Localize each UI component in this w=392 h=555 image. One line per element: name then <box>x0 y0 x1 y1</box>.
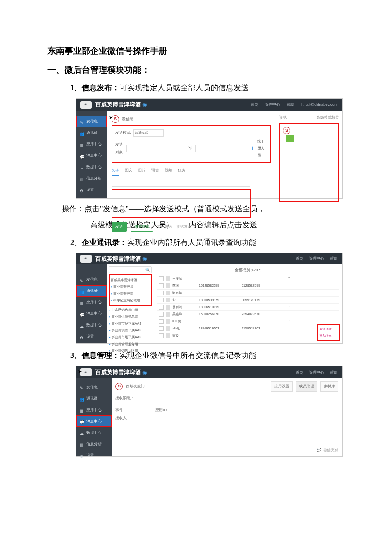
tree-item[interactable]: 事业部管理层 <box>111 283 150 290</box>
topnav-item[interactable]: 首页 <box>251 101 258 108</box>
title-input[interactable] <box>112 179 250 187</box>
sidebar-item-settings[interactable]: ⚙设置 <box>76 331 107 342</box>
tab-voice[interactable]: 语音 <box>151 167 159 176</box>
table-row[interactable]: 谢家怡7 <box>157 290 339 297</box>
mode-select[interactable]: 普通模式 <box>133 129 164 137</box>
checkbox[interactable] <box>159 298 164 302</box>
tab-image[interactable]: 图片 <box>138 167 146 176</box>
tree-item[interactable]: 事业部供应下属AAS <box>109 327 152 333</box>
sidebar-item-analytics[interactable]: ▤信息分析 <box>76 438 112 450</box>
topnav-item[interactable]: 首页 <box>296 255 303 262</box>
checkbox[interactable] <box>159 319 164 324</box>
sidebar-item-apps[interactable]: ▦应用中心 <box>76 297 107 308</box>
timed-send-link[interactable]: 定时发送 <box>157 223 172 230</box>
topnav-item[interactable]: 帮助 <box>330 369 337 376</box>
grid-icon: ▦ <box>80 300 84 305</box>
preview-tab[interactable]: 预览 <box>279 114 287 121</box>
table-row[interactable]: 李国151285825995128582599 <box>157 282 339 290</box>
table-row[interactable]: 王潇沁7 <box>157 275 339 282</box>
table-row[interactable]: xlh龙189595190033159519103 <box>157 325 339 332</box>
table-row[interactable]: 翁创鸿180165100197 <box>157 304 339 311</box>
content-editor[interactable] <box>112 189 251 218</box>
sidebar-item-contacts[interactable]: 👥通讯录 <box>76 285 107 297</box>
plus-icon[interactable]: + <box>182 143 186 154</box>
checkbox[interactable] <box>159 283 164 288</box>
sidebar-item-msg[interactable]: 💬消息中心 <box>76 150 107 161</box>
preview-tab-adv[interactable]: 高级模式预览 <box>317 114 339 121</box>
tree-item[interactable]: 事业部管理服务组 <box>109 341 152 347</box>
table-row[interactable]: 吴燕峰150902560702254022570 <box>157 311 339 318</box>
target-input-1[interactable] <box>126 145 179 152</box>
topnav-item[interactable]: 帮助 <box>330 255 337 262</box>
checkbox[interactable] <box>159 305 164 310</box>
sidebar-item-send[interactable]: ✎发信息 <box>76 274 107 285</box>
preview-frame: S <box>279 123 339 202</box>
field-label: 事件 <box>115 406 127 414</box>
sidebar-item-apps[interactable]: ▦应用中心 <box>76 139 107 150</box>
tree-item[interactable]: 事业部管理部 <box>111 291 150 297</box>
tab-library[interactable]: 素材库 <box>320 381 338 391</box>
action-link[interactable]: 选择 修改 <box>319 327 338 332</box>
grid-icon: ▦ <box>80 407 84 412</box>
target-input-2[interactable] <box>195 145 248 152</box>
sidebar-item-send[interactable]: ✎发信息 <box>76 116 107 127</box>
topnav-item[interactable]: 管理中心 <box>309 255 324 262</box>
people-icon: 👥 <box>80 131 84 135</box>
checkbox[interactable] <box>159 333 164 338</box>
tree-item[interactable]: 中东区销售部门组 <box>109 307 152 313</box>
sidebar-item-data[interactable]: ☁数据中心 <box>76 320 107 331</box>
sidebar-item-analytics[interactable]: ▤信息分析 <box>76 173 107 184</box>
tree-search-input[interactable] <box>109 266 152 273</box>
tree-item[interactable]: 事业部销售大区组 <box>109 348 152 354</box>
sidebar-item-settings[interactable]: ⚙设置 <box>76 184 107 196</box>
send-button[interactable]: 发送 <box>112 222 127 232</box>
cell-phone: 15090256070 <box>199 311 242 317</box>
sidebar-item-data[interactable]: ☁数据中心 <box>76 427 112 438</box>
tree-root[interactable]: 百威英博雪津啤酒 <box>111 277 150 283</box>
cell-phone2: 5128582599 <box>242 282 284 289</box>
tab-text[interactable]: 文字 <box>112 167 119 176</box>
tab-task[interactable]: 任务 <box>178 167 186 176</box>
plus-icon[interactable]: + <box>251 143 254 154</box>
save-draft-button[interactable]: 保存草稿 <box>131 222 153 232</box>
verified-icon: ◉ <box>142 367 147 377</box>
tab-video[interactable]: 视频 <box>165 167 172 176</box>
topnav-item[interactable]: 帮助 <box>287 101 294 108</box>
pencil-icon: ✎ <box>80 385 84 389</box>
topnav-user[interactable]: li.liudi@chinabev.com <box>301 101 337 108</box>
action-link[interactable]: 导入/导出 <box>319 333 338 339</box>
cell-name: xlh龙 <box>172 325 199 331</box>
avatar-icon <box>166 305 170 310</box>
sidebar-item-settings[interactable]: ⚙设置 <box>76 450 112 461</box>
footer-brand: 💬 微信支付 <box>317 446 338 453</box>
checkbox[interactable] <box>159 276 164 281</box>
highlight-box: 选择 修改 导入/导出 <box>317 324 340 341</box>
sidebar-item-data[interactable]: ☁数据中心 <box>76 161 107 173</box>
sidebar-item-contacts[interactable]: 👥通讯录 <box>76 127 107 139</box>
tree-item[interactable]: 中东区直属区域组 <box>111 297 150 303</box>
topnav-item[interactable]: 管理中心 <box>309 369 324 376</box>
tree-item[interactable]: 事业部市场下属AAS <box>109 334 152 340</box>
checkbox[interactable] <box>159 326 164 331</box>
cell-phone2: 3159519103 <box>242 325 284 331</box>
tab-app-settings[interactable]: 应用设置 <box>271 381 293 391</box>
sidebar-item-apps[interactable]: ▦应用中心 <box>76 404 112 415</box>
tree-item[interactable]: 事业部市场下属AAS <box>109 320 152 327</box>
topnav-item[interactable]: 管理中心 <box>265 101 280 108</box>
target-extra: 按下属人员 <box>257 138 267 160</box>
main-panel: S 西域夜航门 应用设置 成员管理 素材库 接收消息： 事件 接收人 应用ID <box>112 378 342 456</box>
tab-member-mgmt[interactable]: 成员管理 <box>296 381 317 391</box>
sidebar-item-contacts[interactable]: 👥通讯录 <box>76 393 112 404</box>
tab-richtext[interactable]: 图文 <box>125 167 132 176</box>
preview-send-link[interactable]: 预览发送 <box>176 223 191 230</box>
table-row[interactable]: 翁俊 <box>157 332 339 339</box>
sidebar-item-send[interactable]: ✎发信息 <box>76 381 112 393</box>
topnav-item[interactable]: 首页 <box>296 369 303 376</box>
sidebar-item-msg[interactable]: 💬消息中心 <box>76 308 107 320</box>
checkbox[interactable] <box>159 291 164 295</box>
sidebar-item-msg[interactable]: 💬消息中心 <box>76 415 112 427</box>
table-row[interactable]: 方一180505391793059149179 <box>157 297 339 304</box>
checkbox[interactable] <box>159 312 164 317</box>
table-row[interactable]: ICE宽7 <box>157 318 339 325</box>
tree-item[interactable]: 事业部供应链总部 <box>109 313 152 320</box>
